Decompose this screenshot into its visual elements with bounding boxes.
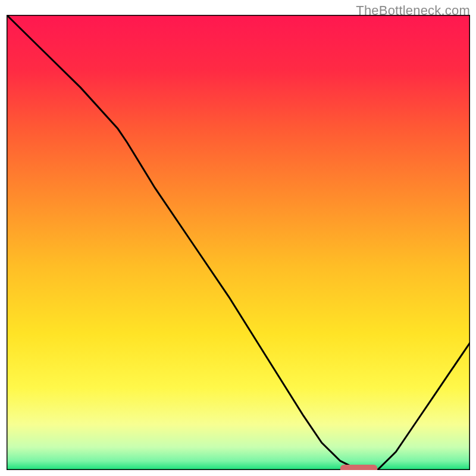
chart-svg — [7, 15, 470, 470]
optimal-marker — [340, 465, 377, 470]
bottleneck-chart — [7, 15, 470, 470]
